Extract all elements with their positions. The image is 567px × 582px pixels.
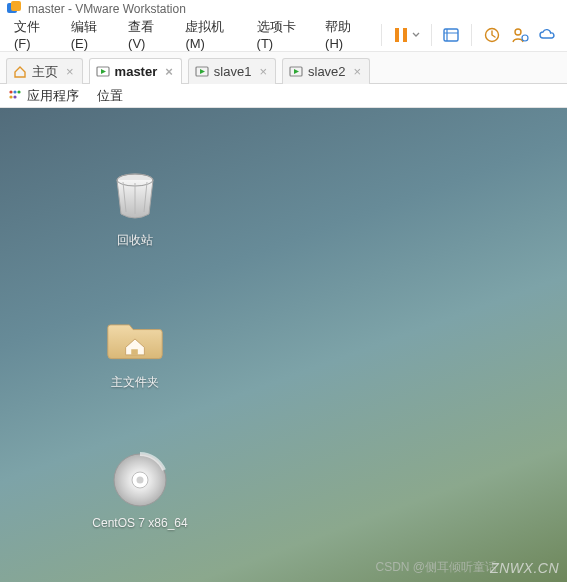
- watermark-site: ZNWX.CN: [490, 560, 559, 576]
- desktop-icon-disc[interactable]: CentOS 7 x86_64: [70, 450, 210, 530]
- gnome-apps-icon: [8, 89, 22, 103]
- tab-label: master: [115, 64, 158, 79]
- svg-marker-13: [294, 69, 299, 74]
- tab-master[interactable]: master ×: [89, 58, 182, 84]
- menu-help[interactable]: 帮助(H): [317, 12, 373, 57]
- menu-bar: 文件(F) 编辑(E) 查看(V) 虚拟机(M) 选项卡(T) 帮助(H): [0, 18, 567, 52]
- svg-point-7: [522, 35, 528, 41]
- tab-label: slave2: [308, 64, 346, 79]
- menu-tabs[interactable]: 选项卡(T): [249, 12, 316, 57]
- svg-rect-2: [395, 28, 399, 42]
- svg-point-15: [13, 90, 16, 93]
- tab-slave2[interactable]: slave2 ×: [282, 58, 370, 84]
- svg-point-18: [13, 95, 16, 98]
- person-clock-icon[interactable]: [508, 22, 532, 48]
- svg-marker-9: [101, 69, 106, 74]
- vm-on-icon: [289, 65, 303, 79]
- desktop-icon-label: 回收站: [117, 232, 153, 249]
- trash-icon: [105, 166, 165, 226]
- svg-marker-11: [200, 69, 205, 74]
- folder-home-icon: [105, 308, 165, 368]
- vm-on-icon: [96, 65, 110, 79]
- desktop-icon-trash[interactable]: 回收站: [75, 166, 195, 249]
- guest-menu-places[interactable]: 位置: [97, 87, 123, 105]
- separator: [431, 24, 432, 46]
- menu-view[interactable]: 查看(V): [120, 12, 175, 57]
- tab-home[interactable]: 主页 ×: [6, 58, 83, 84]
- svg-rect-3: [403, 28, 407, 42]
- cloud-sync-icon[interactable]: [535, 22, 559, 48]
- separator: [381, 24, 382, 46]
- close-icon[interactable]: ×: [259, 64, 267, 79]
- menu-file[interactable]: 文件(F): [6, 12, 61, 57]
- svg-point-16: [17, 90, 20, 93]
- svg-point-24: [137, 477, 144, 484]
- snapshot-button[interactable]: [440, 22, 464, 48]
- svg-point-14: [9, 90, 12, 93]
- home-icon: [13, 65, 27, 79]
- guest-top-bar: 应用程序 位置: [0, 84, 567, 108]
- menu-vm[interactable]: 虚拟机(M): [177, 12, 246, 57]
- close-icon[interactable]: ×: [66, 64, 74, 79]
- disc-icon: [110, 450, 170, 510]
- vm-on-icon: [195, 65, 209, 79]
- pause-button[interactable]: [390, 22, 423, 48]
- guest-desktop[interactable]: 回收站 主文件夹: [0, 108, 567, 582]
- desktop-icon-label: CentOS 7 x86_64: [92, 516, 187, 530]
- close-icon[interactable]: ×: [165, 64, 173, 79]
- clock-icon[interactable]: [480, 22, 504, 48]
- separator: [471, 24, 472, 46]
- svg-rect-1: [11, 1, 21, 11]
- svg-point-17: [9, 95, 12, 98]
- tab-slave1[interactable]: slave1 ×: [188, 58, 276, 84]
- tab-label: slave1: [214, 64, 252, 79]
- svg-point-6: [515, 29, 521, 35]
- close-icon[interactable]: ×: [354, 64, 362, 79]
- svg-rect-4: [444, 29, 458, 41]
- guest-menu-applications[interactable]: 应用程序: [27, 87, 79, 105]
- svg-rect-21: [131, 349, 138, 355]
- menu-edit[interactable]: 编辑(E): [63, 12, 118, 57]
- watermark-csdn: CSDN @侧耳倾听童话: [375, 559, 497, 576]
- tab-label: 主页: [32, 63, 58, 81]
- desktop-icon-label: 主文件夹: [111, 374, 159, 391]
- desktop-icon-home[interactable]: 主文件夹: [75, 308, 195, 391]
